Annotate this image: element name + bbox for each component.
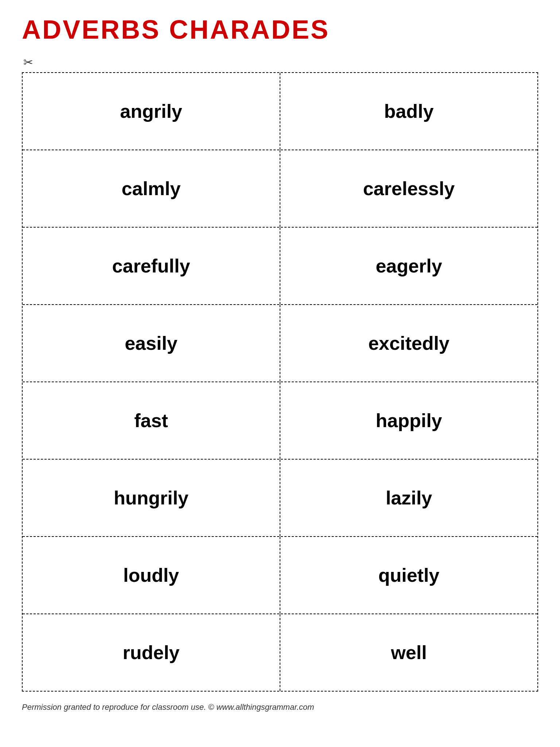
adverb-word: hungrily [114, 487, 188, 509]
grid-cell: hungrily [23, 460, 280, 536]
adverb-word: badly [384, 100, 434, 122]
adverb-word: rudely [122, 642, 179, 663]
adverb-word: eagerly [376, 255, 442, 277]
footer-text: Permission granted to reproduce for clas… [22, 703, 538, 712]
grid-cell: excitedly [280, 305, 537, 382]
adverb-word: loudly [123, 564, 179, 586]
adverb-word: angrily [120, 100, 182, 122]
grid-cell: easily [23, 305, 280, 382]
scissors-row: ✂ [22, 55, 538, 69]
scissors-icon: ✂ [23, 55, 33, 69]
adverb-word: carelessly [363, 178, 455, 200]
adverb-word: happily [376, 410, 442, 431]
grid-row: hungrilylazily [23, 460, 537, 537]
grid-cell: happily [280, 382, 537, 459]
grid-cell: calmly [23, 150, 280, 227]
adverb-word: excitedly [368, 332, 450, 354]
grid-cell: fast [23, 382, 280, 459]
grid-row: easilyexcitedly [23, 305, 537, 382]
grid-cell: eagerly [280, 228, 537, 304]
grid-cell: carefully [23, 228, 280, 304]
page-title: ADVERBS CHARADES [22, 15, 538, 44]
grid-cell: quietly [280, 537, 537, 614]
adverb-word: quietly [378, 564, 440, 586]
grid-row: loudlyquietly [23, 537, 537, 614]
adverb-word: lazily [386, 487, 432, 509]
adverb-word: calmly [122, 178, 181, 200]
grid-row: fasthappily [23, 382, 537, 460]
grid-row: carefullyeagerly [23, 228, 537, 305]
adverb-word: easily [125, 332, 178, 354]
grid-cell: rudely [23, 614, 280, 691]
grid-row: angrilybadly [23, 73, 537, 150]
adverb-word: carefully [112, 255, 190, 277]
adverb-word: fast [134, 410, 168, 431]
grid-row: rudelywell [23, 614, 537, 691]
grid-row: calmlycarelessly [23, 150, 537, 228]
grid-cell: badly [280, 73, 537, 150]
grid-cell: angrily [23, 73, 280, 150]
grid-cell: carelessly [280, 150, 537, 227]
grid-cell: loudly [23, 537, 280, 614]
word-grid: angrilybadlycalmlycarelesslycarefullyeag… [22, 72, 538, 692]
grid-cell: lazily [280, 460, 537, 536]
grid-cell: well [280, 614, 537, 691]
adverb-word: well [391, 642, 427, 663]
